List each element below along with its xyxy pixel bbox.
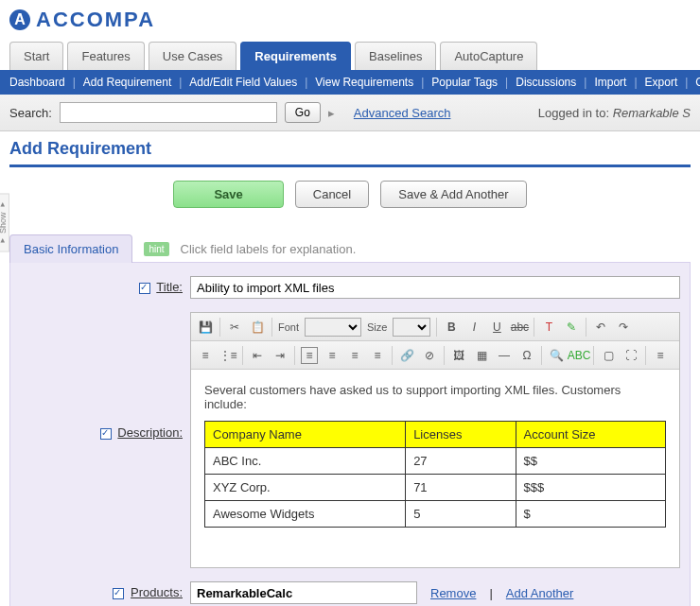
hint-text: Click field labels for explanation.	[181, 242, 357, 256]
find-icon[interactable]: 🔍	[548, 347, 565, 364]
advanced-search-link[interactable]: Advanced Search	[354, 106, 451, 120]
brand-name: ACCOMPA	[36, 8, 155, 32]
font-select[interactable]	[305, 318, 361, 337]
text-color-icon[interactable]: T	[540, 319, 557, 336]
subnav-discussions[interactable]: Discussions	[516, 76, 576, 89]
ordered-list-icon[interactable]: ≡	[197, 347, 214, 364]
hint-badge: hint	[144, 242, 168, 256]
undo-icon[interactable]: ↶	[592, 319, 609, 336]
remove-product-link[interactable]: Remove	[430, 586, 476, 600]
size-label: Size	[367, 321, 387, 333]
search-bar: Search: Go ▸ Advanced Search Logged in t…	[0, 95, 700, 131]
source-icon[interactable]: ▢	[600, 347, 617, 364]
products-input[interactable]	[190, 581, 417, 604]
show-sidebar-toggle[interactable]: ▾ Show ▾	[0, 194, 9, 252]
underline-icon[interactable]: U	[488, 319, 505, 336]
customers-table: Company NameLicensesAccount Size ABC Inc…	[204, 421, 666, 528]
table-header: Company Name	[205, 422, 406, 448]
align-justify-icon[interactable]: ≡	[369, 347, 386, 364]
outdent-icon[interactable]: ⇤	[249, 347, 266, 364]
save-button[interactable]: Save	[173, 181, 283, 208]
table-row: Awesome Widgets5$	[205, 501, 666, 528]
editor-toolbar-1: 💾 ✂ 📋 Font Size B I U abc	[191, 313, 679, 341]
highlight-icon[interactable]: ✎	[563, 319, 580, 336]
products-label[interactable]: Products:	[20, 581, 190, 599]
unlink-icon[interactable]: ⊘	[421, 347, 438, 364]
action-buttons: Save Cancel Save & Add Another	[9, 167, 691, 221]
login-info: Logged in to: Remarkable S	[538, 106, 691, 120]
main-tab-requirements[interactable]: Requirements	[240, 42, 351, 70]
title-input[interactable]	[190, 276, 680, 299]
header: A ACCOMPA	[0, 0, 700, 36]
subnav-popular-tags[interactable]: Popular Tags	[431, 76, 498, 89]
subnav-add-requirement[interactable]: Add Requirement	[83, 76, 171, 89]
main-tab-start[interactable]: Start	[9, 42, 63, 70]
align-center-icon[interactable]: ≡	[324, 347, 341, 364]
spellcheck-icon[interactable]: ABC	[570, 347, 587, 364]
redo-icon[interactable]: ↷	[615, 319, 632, 336]
form-area: Title: Description: 💾 ✂ 📋	[9, 262, 691, 606]
checkbox-icon	[100, 428, 112, 440]
title-label[interactable]: Title:	[20, 276, 190, 294]
main-tab-use-cases[interactable]: Use Cases	[149, 42, 237, 70]
main-tabs: StartFeaturesUse CasesRequirementsBaseli…	[0, 42, 700, 70]
unordered-list-icon[interactable]: ⋮≡	[219, 347, 236, 364]
image-icon[interactable]: 🖼	[450, 347, 467, 364]
checkbox-icon	[113, 588, 124, 599]
save-add-another-button[interactable]: Save & Add Another	[380, 181, 526, 208]
save-icon[interactable]: 💾	[197, 319, 214, 336]
search-label: Search:	[9, 106, 52, 120]
main-tab-features[interactable]: Features	[67, 42, 144, 70]
search-go-button[interactable]: Go	[285, 102, 321, 123]
description-label[interactable]: Description:	[20, 312, 190, 440]
cut-icon[interactable]: ✂	[226, 319, 243, 336]
table-row: XYZ Corp.71$$$	[205, 475, 666, 501]
subnav-create-docum[interactable]: Create Docum	[695, 76, 700, 89]
symbol-icon[interactable]: Ω	[518, 347, 535, 364]
main-tab-autocapture[interactable]: AutoCapture	[440, 42, 537, 70]
page-title: Add Requirement	[9, 139, 691, 167]
help-icon[interactable]: ≡	[652, 347, 669, 364]
logo-icon: A	[9, 9, 30, 30]
subnav-view-requirements[interactable]: View Requirements	[315, 76, 413, 89]
subnav-import[interactable]: Import	[594, 76, 626, 89]
subnav-dashboard[interactable]: Dashboard	[9, 76, 65, 89]
align-left-icon[interactable]: ≡	[301, 347, 318, 364]
table-header: Licenses	[406, 422, 516, 448]
checkbox-icon	[139, 283, 150, 294]
italic-icon[interactable]: I	[465, 319, 482, 336]
paragraph-text: Several customers have asked us to suppo…	[204, 383, 666, 411]
subnav: Dashboard|Add Requirement|Add/Edit Field…	[0, 70, 700, 95]
add-another-product-link[interactable]: Add Another	[506, 586, 574, 600]
subnav-add-edit-field-values[interactable]: Add/Edit Field Values	[189, 76, 297, 89]
font-label: Font	[278, 321, 299, 333]
table-icon[interactable]: ▦	[473, 347, 490, 364]
editor-content[interactable]: Several customers have asked us to suppo…	[191, 370, 679, 567]
fullscreen-icon[interactable]: ⛶	[622, 347, 639, 364]
size-select[interactable]	[393, 318, 430, 337]
indent-icon[interactable]: ⇥	[271, 347, 289, 364]
caret-icon: ▸	[328, 106, 335, 120]
paste-icon[interactable]: 📋	[249, 319, 266, 336]
link-icon[interactable]: 🔗	[398, 347, 415, 364]
rich-text-editor: 💾 ✂ 📋 Font Size B I U abc	[190, 312, 680, 568]
section-tabs: Basic Information hint Click field label…	[9, 234, 691, 263]
strike-icon[interactable]: abc	[511, 319, 528, 336]
subnav-export[interactable]: Export	[645, 76, 678, 89]
editor-toolbar-2: ≡ ⋮≡ ⇤ ⇥ ≡ ≡ ≡ ≡ 🔗 ⊘ 🖼	[191, 341, 679, 370]
search-input[interactable]	[60, 102, 277, 123]
main-tab-baselines[interactable]: Baselines	[355, 42, 436, 70]
cancel-button[interactable]: Cancel	[295, 181, 369, 208]
bold-icon[interactable]: B	[443, 319, 460, 336]
table-row: ABC Inc.27$$	[205, 448, 666, 475]
hr-icon[interactable]: —	[496, 347, 513, 364]
basic-information-tab[interactable]: Basic Information	[9, 234, 132, 263]
table-header: Account Size	[516, 422, 665, 448]
align-right-icon[interactable]: ≡	[346, 347, 363, 364]
